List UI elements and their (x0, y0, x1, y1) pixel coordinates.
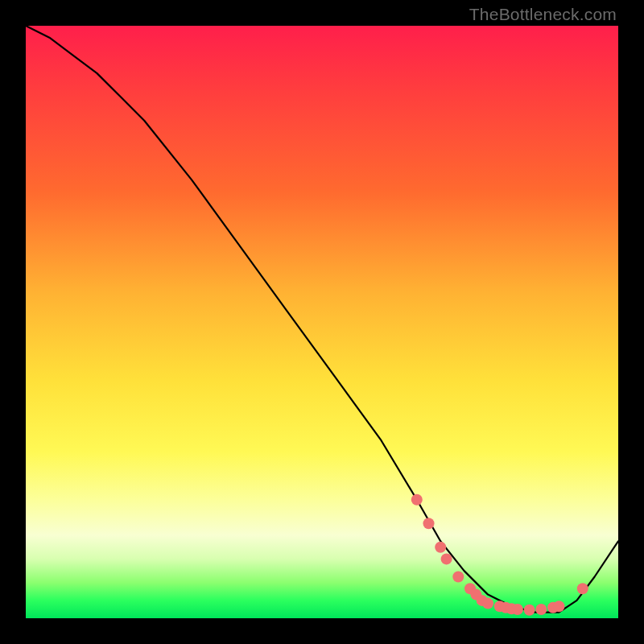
marker-point (524, 605, 535, 616)
curve-svg (26, 26, 618, 618)
marker-point (435, 542, 446, 553)
watermark-label: TheBottleneck.com (469, 5, 617, 24)
marker-cluster (411, 494, 588, 616)
marker-point (423, 518, 435, 529)
marker-point (512, 604, 523, 615)
marker-point (553, 601, 564, 612)
marker-point (411, 494, 423, 506)
marker-point (441, 553, 452, 564)
chart-container: TheBottleneck.com (0, 0, 644, 644)
marker-point (452, 572, 464, 583)
marker-point (577, 583, 588, 594)
plot-area (26, 26, 618, 618)
marker-point (482, 598, 493, 609)
bottleneck-curve (26, 26, 618, 613)
marker-point (535, 604, 547, 615)
